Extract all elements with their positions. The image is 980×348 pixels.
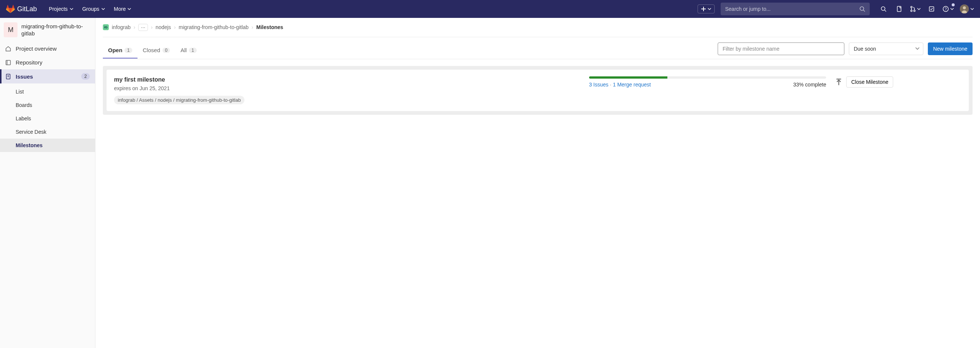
project-avatar: M [4, 22, 18, 37]
help-icon-button[interactable]: ? [941, 3, 955, 15]
issues-icon [5, 73, 11, 79]
crumb-nodejs[interactable]: nodejs [156, 24, 171, 30]
svg-point-1 [881, 7, 885, 10]
breadcrumb: iG infograb › ··· › nodejs › migrating-f… [103, 18, 972, 37]
gitlab-logo[interactable]: GitLab [6, 5, 37, 13]
chevron-down-icon [127, 7, 131, 11]
sidebar-item-overview[interactable]: Project overview [0, 42, 95, 56]
sidebar-sub-milestones[interactable]: Milestones [0, 138, 95, 152]
project-sidebar: M migrating-from-github-to-gitlab Projec… [0, 18, 95, 348]
state-tabs: Open 1 Closed 0 All 1 [103, 43, 202, 59]
crumb-project[interactable]: migrating-from-github-to-gitlab [179, 24, 249, 30]
merge-requests-icon-button[interactable] [908, 3, 922, 15]
user-avatar [960, 5, 969, 13]
top-navigation: GitLab Projects Groups More ? [0, 0, 980, 18]
issues-icon-button[interactable] [893, 3, 905, 15]
sidebar-sub-list[interactable]: List [0, 85, 95, 99]
svg-text:?: ? [945, 7, 947, 11]
breadcrumb-separator: › [134, 24, 136, 30]
new-dropdown-button[interactable] [698, 5, 715, 13]
crumb-current: Milestones [256, 24, 283, 30]
breadcrumb-separator: › [251, 24, 253, 30]
crumb-group[interactable]: infograb [112, 24, 131, 30]
group-avatar-icon: iG [103, 24, 109, 30]
chevron-down-icon [950, 7, 954, 11]
milestone-title[interactable]: my first milestone [114, 76, 580, 83]
project-name: migrating-from-github-to-gitlab [21, 23, 91, 37]
svg-point-5 [914, 10, 915, 11]
svg-point-4 [911, 10, 912, 11]
sidebar-sub-labels[interactable]: Labels [0, 112, 95, 125]
notification-dot [952, 3, 955, 6]
svg-point-0 [860, 7, 864, 10]
tab-open[interactable]: Open 1 [103, 43, 137, 59]
merge-requests-link[interactable]: 1 Merge request [613, 82, 651, 87]
breadcrumb-separator: › [151, 24, 153, 30]
document-icon [896, 6, 902, 12]
project-header[interactable]: M migrating-from-github-to-gitlab [0, 18, 95, 42]
milestone-list: my first milestone expires on Jun 25, 20… [103, 66, 972, 115]
sidebar-sub-service-desk[interactable]: Service Desk [0, 125, 95, 138]
milestone-expires: expires on Jun 25, 2021 [114, 85, 580, 91]
todo-icon [929, 6, 935, 12]
tab-closed-count: 0 [162, 48, 170, 53]
promote-icon[interactable] [835, 79, 843, 86]
breadcrumb-separator: › [174, 24, 176, 30]
svg-rect-11 [6, 60, 10, 65]
chevron-down-icon [70, 7, 73, 11]
nav-more[interactable]: More [110, 0, 136, 18]
svg-rect-2 [897, 6, 901, 11]
user-menu[interactable] [960, 5, 974, 13]
milestone-filter-input[interactable] [718, 43, 844, 55]
search-input[interactable] [725, 6, 859, 12]
todos-icon-button[interactable] [925, 3, 938, 15]
filter-bar: Open 1 Closed 0 All 1 Due soon [103, 37, 972, 59]
progress-fill [589, 76, 667, 79]
search-icon-button[interactable] [877, 3, 890, 15]
tab-all[interactable]: All 1 [175, 43, 202, 59]
home-icon [5, 46, 11, 52]
plus-icon [701, 6, 706, 11]
brand-name: GitLab [17, 5, 37, 13]
new-milestone-button[interactable]: New milestone [928, 43, 972, 55]
help-icon: ? [942, 6, 949, 12]
issues-count-badge: 2 [81, 73, 90, 80]
complete-text: 33% complete [793, 82, 826, 87]
svg-point-10 [963, 6, 966, 9]
gitlab-icon [6, 5, 15, 13]
sidebar-item-repository[interactable]: Repository [0, 56, 95, 69]
merge-request-icon [910, 6, 916, 12]
chevron-down-icon [917, 7, 921, 11]
milestone-path-chip[interactable]: infograb / Assets / nodejs / migrating-f… [114, 96, 245, 104]
search-icon [880, 6, 886, 12]
nav-projects[interactable]: Projects [45, 0, 78, 18]
chevron-down-icon [970, 7, 974, 11]
close-milestone-button[interactable]: Close Milestone [846, 76, 893, 87]
breadcrumb-ellipsis[interactable]: ··· [138, 24, 148, 31]
sidebar-item-issues[interactable]: Issues 2 [0, 69, 95, 83]
tab-closed[interactable]: Closed 0 [137, 43, 175, 59]
nav-groups[interactable]: Groups [78, 0, 110, 18]
tab-all-count: 1 [189, 48, 197, 53]
progress-bar [589, 76, 826, 79]
repository-icon [5, 60, 11, 65]
issues-subnav: List Boards Labels Service Desk Mileston… [0, 83, 95, 154]
sort-dropdown[interactable]: Due soon [849, 43, 923, 55]
milestone-card: my first milestone expires on Jun 25, 20… [107, 70, 969, 111]
chevron-down-icon [101, 7, 105, 11]
issues-link[interactable]: 3 Issues [589, 82, 608, 87]
svg-point-3 [911, 6, 912, 8]
search-icon [859, 6, 865, 12]
global-search[interactable] [721, 3, 870, 15]
tab-open-count: 1 [124, 48, 132, 53]
sidebar-sub-boards[interactable]: Boards [0, 99, 95, 112]
main-content: iG infograb › ··· › nodejs › migrating-f… [95, 18, 980, 348]
chevron-down-icon [708, 7, 711, 11]
